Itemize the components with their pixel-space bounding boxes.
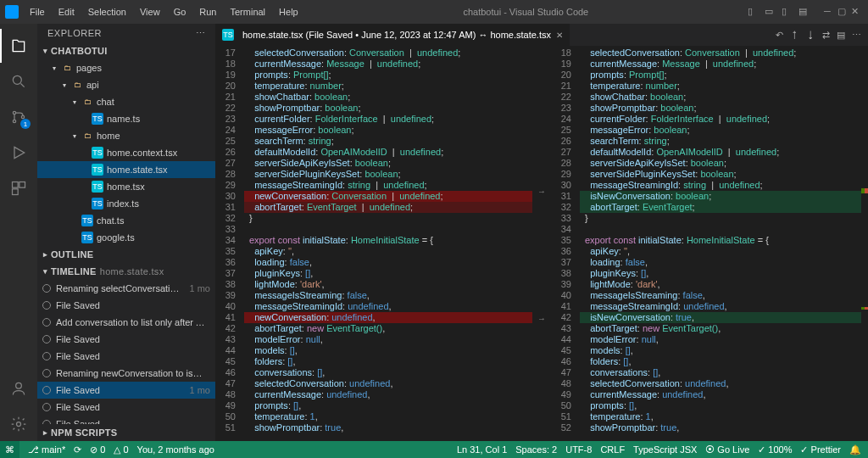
menu-file[interactable]: File [24,3,51,20]
language-mode[interactable]: TypeScript JSX [633,444,697,455]
code-left[interactable]: selectedConversation: Conversation | und… [241,46,532,441]
timeline-item[interactable]: File Saved [37,331,215,348]
menu-edit[interactable]: Edit [53,3,81,20]
tab-close-icon[interactable]: ✕ [556,31,563,40]
menu-go[interactable]: Go [168,3,192,20]
indentation[interactable]: Spaces: 2 [515,444,557,455]
explorer-icon[interactable] [0,29,37,63]
layout-controls[interactable]: ▯ ▭ ▯ ▤ [748,6,810,18]
revert-icon[interactable]: ↶ [776,30,783,41]
errors[interactable]: ⊘ 0 [90,444,105,455]
folder-icon: 🗀 [71,79,83,91]
extensions-icon[interactable] [0,171,37,205]
timeline-header[interactable]: ▾TIMELINEhome.state.tsx [37,263,215,280]
swap-icon[interactable]: ⇄ [822,30,830,41]
ts-icon: TS [81,232,93,243]
diff-left-pane[interactable]: 1718192021222324252627282930313233343536… [215,46,532,441]
svg-point-0 [13,75,21,84]
go-live[interactable]: ⦿ Go Live [705,444,749,455]
sidebar: EXPLORER⋯ ▾CHATBOTUI ▾🗀pages▾🗀api▾🗀chatT… [37,24,215,441]
ts-icon: TS [92,198,103,209]
prev-change-icon[interactable]: ⭡ [790,30,799,41]
tree-item[interactable]: TShome.state.tsx [37,161,215,178]
tsx-icon: TS [92,164,103,176]
warnings[interactable]: △ 0 [114,444,128,455]
source-control-icon[interactable]: 1 [0,100,37,134]
menu-bar: FileEditSelectionViewGoRunTerminalHelp [24,3,304,20]
diff-right-pane[interactable]: 1819202122232425262728293031323334353637… [551,46,868,441]
sidebar-more-icon[interactable]: ⋯ [196,28,206,39]
sync-icon[interactable]: ⟳ [74,444,81,455]
tree-item[interactable]: TShome.tsx [37,178,215,195]
run-debug-icon[interactable] [0,136,37,170]
remote-indicator[interactable]: ⌘ [0,441,19,458]
timeline-list: Renaming selectConversationId to s...1 m… [37,280,215,424]
timeline-item[interactable]: Add conversation to list only after AI m… [37,314,215,331]
timeline-item[interactable]: File Saved1 mo [37,382,215,399]
code-right[interactable]: selectedConversation: Conversation | und… [576,46,861,441]
tab-bar: TS home.state.tsx (File Saved • June 12,… [215,24,868,46]
titlebar: FileEditSelectionViewGoRunTerminalHelp c… [0,0,868,24]
folder-icon: 🗀 [61,62,73,74]
tree-item[interactable]: TSname.ts [37,110,215,127]
outline-header[interactable]: ▸OUTLINE [37,246,215,263]
editor-group: TS home.state.tsx (File Saved • June 12,… [215,24,868,441]
maximize-icon[interactable]: ▢ [837,6,849,18]
git-blame[interactable]: You, 2 months ago [137,444,214,455]
coverage[interactable]: ✓ 100% [758,444,792,455]
timeline-item[interactable]: File Saved [37,297,215,314]
tree-item[interactable]: TShome.context.tsx [37,144,215,161]
menu-terminal[interactable]: Terminal [225,3,272,20]
menu-help[interactable]: Help [273,3,304,20]
inline-diff-icon[interactable]: ▤ [837,30,845,41]
minimap[interactable] [861,46,868,441]
tree-item[interactable]: ▾🗀api [37,76,215,93]
eol[interactable]: CRLF [600,444,625,455]
timeline-item[interactable]: Renaming newConversation to isNewC... [37,365,215,382]
svg-rect-6 [13,189,19,195]
tree-item[interactable]: TSchat.ts [37,212,215,229]
minimize-icon[interactable]: ─ [824,6,836,18]
file-tree: ▾🗀pages▾🗀api▾🗀chatTSname.ts▾🗀homeTShome.… [37,59,215,246]
tree-item[interactable]: ▾🗀home [37,127,215,144]
diff-editor[interactable]: 1718192021222324252627282930313233343536… [215,46,868,441]
more-actions-icon[interactable]: ⋯ [852,30,861,41]
tab-label: home.state.tsx (File Saved • June 12, 20… [242,30,551,40]
layout-customize-icon[interactable]: ▤ [798,6,810,18]
layout-panel-icon[interactable]: ▭ [765,6,776,18]
tree-item[interactable]: ▾🗀pages [37,59,215,76]
git-branch[interactable]: ⎇ main* [28,444,65,455]
next-change-icon[interactable]: ⭣ [806,30,815,41]
sidebar-title: EXPLORER⋯ [37,24,215,42]
search-icon[interactable] [0,64,37,98]
layout-sidebar-right-icon[interactable]: ▯ [782,6,793,18]
svg-point-7 [16,383,22,388]
menu-run[interactable]: Run [193,3,222,20]
tree-item[interactable]: TSgoogle.ts [37,229,215,246]
window-title: chatbotui - Visual Studio Code [304,7,748,17]
timeline-item[interactable]: File Saved [37,416,215,424]
folder-icon: 🗀 [81,96,93,108]
svg-point-2 [13,120,15,122]
timeline-item[interactable]: Renaming selectConversationId to s...1 m… [37,280,215,297]
settings-gear-icon[interactable] [0,407,37,441]
svg-point-1 [13,111,15,114]
activity-bar: 1 [0,24,37,441]
layout-sidebar-left-icon[interactable]: ▯ [748,6,760,18]
account-icon[interactable] [0,371,37,405]
tree-item[interactable]: TSindex.ts [37,195,215,212]
tree-item[interactable]: ▾🗀chat [37,93,215,110]
editor-tab[interactable]: TS home.state.tsx (File Saved • June 12,… [215,24,570,46]
notifications-icon[interactable]: 🔔 [849,444,861,455]
timeline-item[interactable]: File Saved [37,348,215,365]
encoding[interactable]: UTF-8 [565,444,592,455]
timeline-item[interactable]: File Saved [37,399,215,416]
menu-view[interactable]: View [134,3,166,20]
npm-scripts-header[interactable]: ▸NPM SCRIPTS [37,424,215,441]
menu-selection[interactable]: Selection [82,3,132,20]
svg-rect-4 [13,182,19,188]
project-header[interactable]: ▾CHATBOTUI [37,42,215,59]
prettier[interactable]: ✓ Prettier [800,444,841,455]
close-icon[interactable]: ✕ [851,6,863,18]
cursor-position[interactable]: Ln 31, Col 1 [457,444,507,455]
